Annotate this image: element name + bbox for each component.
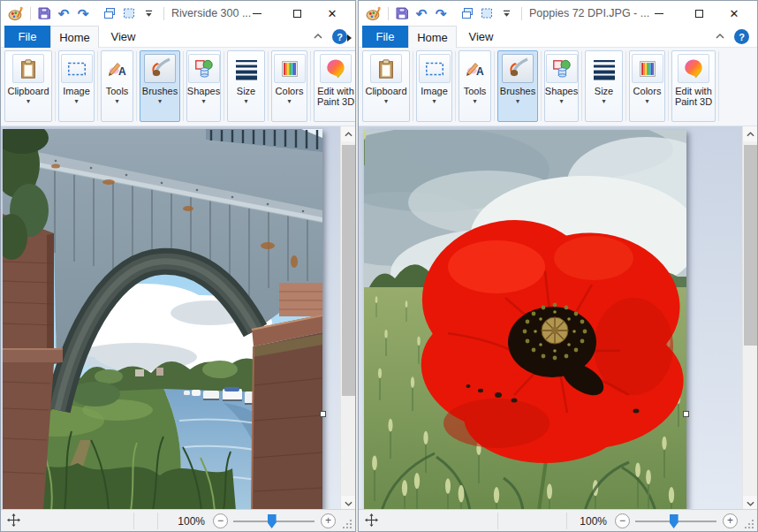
customize-qat-dropdown-icon[interactable] — [140, 4, 157, 23]
help-icon: ? — [337, 32, 343, 42]
select-icon[interactable] — [120, 4, 138, 23]
ribbon-group-image[interactable]: Image ▾ — [416, 50, 452, 122]
tools-icon: A — [459, 54, 491, 83]
zoom-slider-thumb[interactable] — [670, 514, 678, 528]
image-resize-handle[interactable] — [320, 411, 326, 417]
image-select-icon — [61, 54, 93, 83]
group-separator — [55, 51, 56, 121]
statusbar-separator — [133, 513, 134, 529]
titlebar-separator — [521, 7, 522, 20]
ribbon-group-image[interactable]: Image ▾ — [58, 50, 95, 122]
close-button[interactable]: ✕ — [318, 1, 346, 26]
app-logo-icon[interactable] — [6, 4, 24, 23]
select-icon[interactable] — [478, 4, 496, 23]
redo-icon[interactable]: ↷ — [74, 4, 92, 23]
scrollbar-thumb[interactable] — [744, 145, 757, 346]
statusbar-separator — [497, 513, 498, 529]
maximize-button[interactable] — [283, 1, 311, 26]
group-separator — [625, 51, 626, 121]
ribbon-group-shapes[interactable]: Shapes ▾ — [544, 50, 579, 122]
zoom-level: 100% — [580, 515, 607, 528]
scrollbar-thumb[interactable] — [342, 145, 355, 396]
help-icon: ? — [739, 32, 745, 42]
help-button[interactable]: ? — [734, 29, 749, 44]
app-logo-icon[interactable] — [364, 4, 382, 23]
dropdown-arrow-icon: ▾ — [244, 97, 247, 105]
ribbon-group-tools[interactable]: A Tools ▾ — [459, 50, 491, 122]
canvas-image-poppy[interactable] — [364, 130, 686, 511]
group-separator — [224, 51, 224, 121]
window-title: Poppies 72 DPI.JPG - ... — [529, 7, 649, 19]
title-bar: ↶ ↷ Poppies 72 DPI.JPG - ... ✕ — [359, 1, 757, 26]
maximize-button[interactable] — [685, 1, 713, 26]
customize-qat-dropdown-icon[interactable] — [497, 4, 515, 23]
save-icon[interactable] — [393, 4, 411, 23]
ribbon-group-brushes[interactable]: Brushes ▾ — [140, 50, 180, 122]
ribbon-group-size[interactable]: Size ▾ — [585, 50, 623, 122]
group-separator — [718, 51, 719, 121]
tab-file[interactable]: File — [4, 26, 50, 48]
ribbon-group-tools[interactable]: A Tools ▾ — [101, 50, 133, 122]
ribbon-group-clipboard[interactable]: Clipboard ▾ — [362, 50, 410, 122]
brushes-icon — [144, 54, 176, 83]
tab-home[interactable]: Home — [50, 26, 99, 48]
minimize-icon — [655, 13, 663, 14]
ribbon-group-brushes[interactable]: Brushes ▾ — [497, 50, 538, 122]
undo-icon[interactable]: ↶ — [55, 4, 72, 23]
vertical-scrollbar[interactable] — [340, 126, 355, 511]
cascade-windows-icon[interactable] — [101, 4, 118, 23]
minimize-button[interactable] — [645, 1, 673, 26]
colors-icon — [274, 54, 306, 83]
close-button[interactable]: ✕ — [720, 1, 748, 26]
help-button[interactable]: ? — [332, 29, 347, 44]
canvas-image-bridge[interactable] — [3, 129, 322, 511]
ribbon-group-edit-with-paint3d[interactable]: Edit with Paint 3D — [671, 50, 716, 122]
brushes-icon — [502, 54, 534, 83]
statusbar-separator — [157, 513, 158, 529]
zoom-slider[interactable] — [233, 521, 315, 522]
ribbon-group-shapes[interactable]: Shapes ▾ — [186, 50, 221, 122]
group-separator — [268, 51, 269, 121]
resize-grip[interactable] — [343, 520, 352, 528]
ribbon-group-size[interactable]: Size ▾ — [227, 50, 265, 122]
colors-icon — [632, 54, 663, 83]
redo-icon[interactable]: ↷ — [432, 4, 450, 23]
ribbon-group-edit-with-paint3d[interactable]: Edit with Paint 3D — [314, 50, 355, 122]
scroll-up-icon[interactable] — [341, 126, 355, 141]
zoom-slider-thumb[interactable] — [268, 514, 277, 528]
dropdown-arrow-icon: ▾ — [384, 97, 388, 105]
tab-file[interactable]: File — [362, 26, 408, 48]
collapse-ribbon-icon[interactable] — [715, 33, 727, 42]
svg-text:A: A — [117, 65, 125, 78]
scroll-up-icon[interactable] — [743, 126, 757, 141]
zoom-in-button[interactable]: + — [723, 513, 738, 528]
dropdown-arrow-icon: ▾ — [74, 97, 78, 105]
zoom-in-button[interactable]: + — [321, 513, 336, 528]
zoom-out-button[interactable]: − — [615, 513, 630, 528]
ribbon-group-colors[interactable]: Colors ▾ — [271, 50, 307, 122]
dropdown-arrow-icon: ▾ — [115, 97, 118, 105]
size-icon — [588, 54, 620, 83]
shapes-icon — [188, 54, 220, 83]
vertical-scrollbar[interactable] — [742, 126, 757, 511]
dropdown-arrow-icon: ▾ — [645, 97, 648, 105]
zoom-slider[interactable] — [635, 521, 716, 522]
canvas-workspace — [359, 126, 757, 511]
ribbon-group-colors[interactable]: Colors ▾ — [629, 50, 665, 122]
cascade-windows-icon[interactable] — [459, 4, 476, 23]
collapse-ribbon-icon[interactable] — [313, 33, 325, 42]
undo-icon[interactable]: ↶ — [413, 4, 430, 23]
resize-grip[interactable] — [745, 520, 754, 528]
tab-home[interactable]: Home — [408, 26, 457, 48]
ribbon-overflow-arrow-icon[interactable] — [347, 34, 352, 42]
save-icon[interactable] — [35, 4, 53, 23]
tools-icon: A — [102, 54, 133, 83]
tab-view[interactable]: View — [99, 26, 148, 48]
minimize-button[interactable] — [243, 1, 271, 26]
ribbon-tab-row: File Home View ? — [1, 26, 355, 48]
ribbon-group-clipboard[interactable]: Clipboard ▾ — [4, 50, 52, 122]
paint3d-icon — [678, 54, 709, 83]
zoom-out-button[interactable]: − — [213, 513, 228, 528]
tab-view[interactable]: View — [457, 26, 505, 48]
image-resize-handle[interactable] — [683, 411, 689, 417]
